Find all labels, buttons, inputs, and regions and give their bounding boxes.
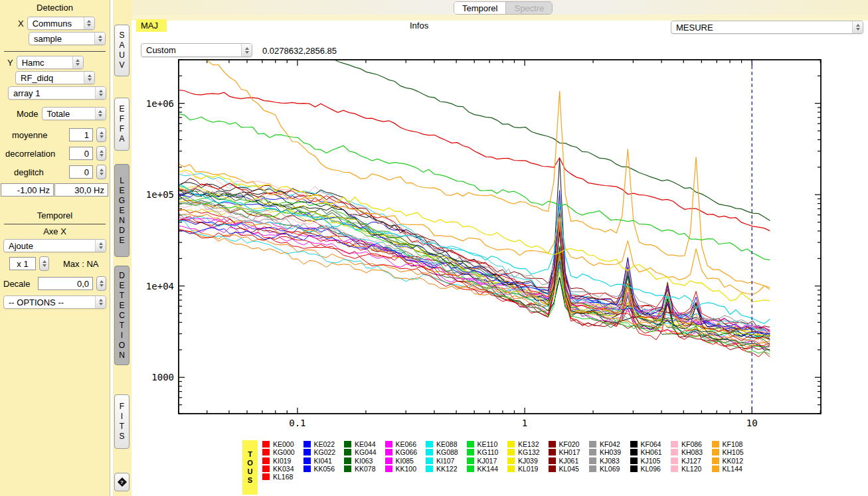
legend-item-kh061[interactable]: KH061: [630, 448, 671, 456]
legend-item-ki063[interactable]: KI063: [344, 457, 385, 465]
deglitch-stepper[interactable]: [96, 165, 106, 179]
legend-swatch: [385, 449, 392, 455]
legend-column: KF064KH061KJ105KL096: [630, 440, 671, 473]
legend-item-ke066[interactable]: KE066: [385, 440, 426, 448]
legend-item-ke022[interactable]: KE022: [304, 440, 345, 448]
rf-select[interactable]: RF_didq: [15, 71, 95, 84]
options-select[interactable]: -- OPTIONS --: [3, 295, 106, 309]
rail-button-sauv[interactable]: SAUV: [114, 25, 130, 76]
ajoute-select[interactable]: Ajoute: [3, 239, 106, 252]
rail-button-fits[interactable]: FITS: [114, 394, 130, 449]
legend-item-kg022[interactable]: KG022: [304, 448, 345, 456]
mesure-select[interactable]: MESURE: [671, 21, 863, 34]
x-mult-stepper[interactable]: [39, 256, 49, 271]
legend-item-kh039[interactable]: KH039: [589, 448, 630, 456]
sample-select[interactable]: sample: [29, 32, 106, 45]
tab-spectre[interactable]: Spectre: [505, 2, 552, 14]
legend-label: KJ105: [641, 457, 661, 465]
mode-select[interactable]: Totale: [42, 107, 106, 120]
legend-item-kl144[interactable]: KL144: [712, 465, 753, 473]
legend-item-kl096[interactable]: KL096: [630, 465, 671, 473]
legend-item-kf064[interactable]: KF064: [630, 440, 671, 448]
legend-item-kg000[interactable]: KG000: [262, 448, 304, 456]
legend-item-kf042[interactable]: KF042: [589, 440, 630, 448]
legend-item-kf108[interactable]: KF108: [712, 440, 753, 448]
legend-item-kl019[interactable]: KL019: [507, 465, 549, 473]
deglitch-label: deglitch: [14, 167, 66, 177]
legend-swatch: [304, 441, 311, 448]
legend-item-kj061[interactable]: KJ061: [549, 457, 590, 465]
legend-label: KK034: [273, 465, 294, 473]
deglitch-field[interactable]: 0: [69, 165, 93, 179]
freq-min-field[interactable]: -1,00 Hz: [1, 183, 54, 197]
moyenne-field[interactable]: 1: [69, 128, 93, 141]
legend-label: KI085: [396, 457, 414, 465]
legend-label: KE132: [518, 440, 539, 448]
legend-item-ki041[interactable]: KI041: [304, 457, 345, 465]
legend-item-kj039[interactable]: KJ039: [507, 457, 549, 465]
array-select[interactable]: array 1: [8, 86, 106, 100]
legend-item-ke044[interactable]: KE044: [344, 440, 385, 448]
legend-item-kf086[interactable]: KF086: [671, 440, 712, 448]
help-icon: ?: [118, 477, 127, 487]
rail-button-effa[interactable]: EFFA: [114, 98, 130, 151]
legend-item-kk034[interactable]: KK034: [262, 465, 304, 473]
svg-text:0.1: 0.1: [289, 418, 305, 428]
legend-item-ki085[interactable]: KI085: [385, 457, 426, 465]
legend-item-kj127[interactable]: KJ127: [671, 457, 712, 465]
decale-stepper[interactable]: [96, 276, 106, 291]
x-select[interactable]: Communs: [27, 17, 95, 30]
maj-button[interactable]: MAJ: [136, 19, 167, 32]
legend-item-kl045[interactable]: KL045: [549, 465, 590, 473]
moyenne-stepper[interactable]: [96, 127, 106, 142]
legend-item-ke088[interactable]: KE088: [426, 440, 467, 448]
legend-item-kj105[interactable]: KJ105: [630, 457, 671, 465]
rail-button-detection[interactable]: DETECTION: [114, 266, 130, 365]
legend-swatch: [304, 465, 311, 472]
legend-item-kk100[interactable]: KK100: [385, 465, 426, 473]
decorrelation-field[interactable]: 0: [69, 147, 93, 160]
x-mult-field[interactable]: x 1: [9, 257, 36, 270]
legend-item-ki107[interactable]: KI107: [426, 457, 467, 465]
legend-item-ke110[interactable]: KE110: [467, 440, 508, 448]
legend-item-kf020[interactable]: KF020: [549, 440, 590, 448]
axe-x-label: Axe X: [3, 226, 106, 236]
tab-temporel[interactable]: Temporel: [454, 2, 505, 14]
svg-text:1e+05: 1e+05: [146, 189, 174, 200]
legend-item-ki019[interactable]: KI019: [262, 457, 304, 465]
freq-max-field[interactable]: 30,0 Hz: [54, 183, 108, 197]
legend-item-kl120[interactable]: KL120: [671, 465, 712, 473]
legend-label: KL096: [641, 465, 661, 473]
legend-item-kg132[interactable]: KG132: [507, 448, 549, 456]
legend-item-ke132[interactable]: KE132: [507, 440, 549, 448]
legend-item-kk122[interactable]: KK122: [426, 465, 467, 473]
detector-legend: TOUS KE000KG000KI019KK034KL168KE022KG022…: [242, 440, 752, 495]
legend-item-kl168[interactable]: KL168: [262, 473, 304, 481]
rail-button-legende[interactable]: LEGENDE: [114, 164, 130, 257]
temporel-title: Temporel: [3, 210, 106, 220]
legend-item-kg110[interactable]: KG110: [467, 448, 508, 456]
legend-item-kg066[interactable]: KG066: [385, 448, 426, 456]
legend-item-kh105[interactable]: KH105: [712, 448, 753, 456]
legend-item-kk056[interactable]: KK056: [304, 465, 345, 473]
legend-item-kk078[interactable]: KK078: [344, 465, 385, 473]
legend-item-kj083[interactable]: KJ083: [589, 457, 630, 465]
legend-label: KI063: [355, 457, 373, 465]
decale-field[interactable]: 0,0: [38, 277, 93, 290]
detection-panel: Detection X Communs sample Y Hamc RF_did…: [0, 0, 110, 496]
legend-swatch: [426, 449, 433, 455]
legend-item-ke000[interactable]: KE000: [262, 440, 304, 448]
spectrum-plot[interactable]: 0.111010001e+041e+051e+06: [131, 37, 868, 436]
legend-item-kg088[interactable]: KG088: [426, 448, 467, 456]
legend-item-kk144[interactable]: KK144: [467, 465, 508, 473]
tous-button[interactable]: TOUS: [242, 440, 258, 495]
legend-item-kh083[interactable]: KH083: [671, 448, 712, 456]
legend-item-kk012[interactable]: KK012: [712, 457, 753, 465]
y-select[interactable]: Hamc: [17, 56, 84, 69]
legend-item-kj017[interactable]: KJ017: [467, 457, 508, 465]
legend-item-kh017[interactable]: KH017: [549, 448, 590, 456]
legend-item-kl069[interactable]: KL069: [589, 465, 630, 473]
legend-item-kg044[interactable]: KG044: [344, 448, 385, 456]
help-button[interactable]: ?: [114, 473, 130, 491]
decorrelation-stepper[interactable]: [96, 146, 106, 161]
